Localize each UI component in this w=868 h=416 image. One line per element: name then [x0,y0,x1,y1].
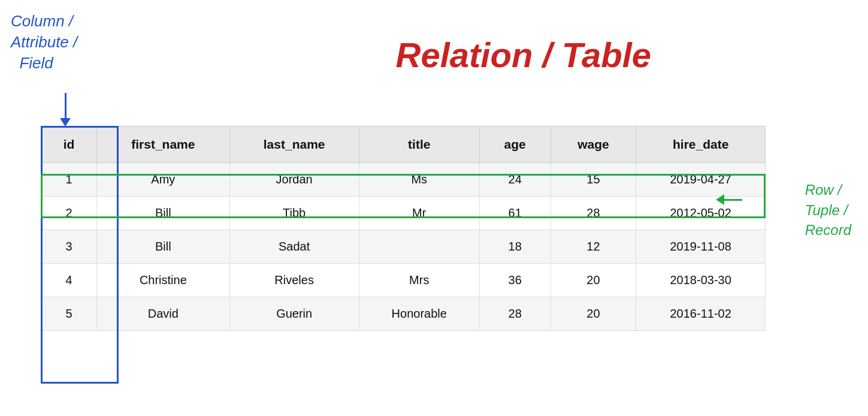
cell-id: 3 [41,230,97,264]
cell-hire-date: 2018-03-30 [636,264,766,297]
cell-hire-date: 2012-05-02 [636,197,766,230]
cell-first-name: Amy [97,163,229,197]
arrow-left-head-icon [716,194,724,205]
cell-last-name: Tibb [229,197,359,230]
cell-id: 2 [41,197,97,230]
col-header-hire-date: hire_date [636,126,766,163]
cell-wage: 20 [551,264,636,297]
cell-age: 18 [479,230,551,264]
col-header-title: title [359,126,479,163]
cell-title: Honorable [359,297,479,331]
cell-title: Mr [359,197,479,230]
cell-hire-date: 2016-11-02 [636,297,766,331]
col-header-first-name: first_name [97,126,229,163]
cell-age: 24 [479,163,551,197]
table-row: 2 Bill Tibb Mr 61 28 2012-05-02 [41,197,766,230]
data-table: id first_name last_name title age wage h… [41,126,766,331]
col-header-age: age [479,126,551,163]
cell-age: 28 [479,297,551,331]
main-heading: Relation / Table [396,35,651,75]
cell-id: 5 [41,297,97,331]
row-tuple-record-label: Row /Tuple /Record [805,180,851,240]
cell-wage: 28 [551,197,636,230]
cell-id: 1 [41,163,97,197]
cell-id: 4 [41,264,97,297]
cell-first-name: Christine [97,264,229,297]
table-row: 1 Amy Jordan Ms 24 15 2019-04-27 [41,163,766,197]
page: Column /Attribute / Field Relation / Tab… [0,0,868,416]
column-attribute-field-label: Column /Attribute / Field [11,11,77,74]
col-header-wage: wage [551,126,636,163]
data-table-wrapper: id first_name last_name title age wage h… [41,126,766,331]
cell-last-name: Sadat [229,230,359,264]
arrow-left-line [724,199,742,201]
cell-first-name: David [97,297,229,331]
table-body: 1 Amy Jordan Ms 24 15 2019-04-27 2 Bill … [41,163,766,331]
cell-age: 61 [479,197,551,230]
cell-hire-date: 2019-04-27 [636,163,766,197]
cell-wage: 20 [551,297,636,331]
col-header-last-name: last_name [229,126,359,163]
col-header-id: id [41,126,97,163]
table-row: 3 Bill Sadat 18 12 2019-11-08 [41,230,766,264]
row-arrow-left [716,194,742,205]
cell-title [359,230,479,264]
cell-title: Mrs [359,264,479,297]
cell-wage: 12 [551,230,636,264]
cell-title: Ms [359,163,479,197]
cell-last-name: Riveles [229,264,359,297]
header-row: id first_name last_name title age wage h… [41,126,766,163]
arrow-down-head-icon [60,118,71,126]
cell-first-name: Bill [97,230,229,264]
arrow-down-line [65,93,66,118]
cell-last-name: Guerin [229,297,359,331]
table-row: 5 David Guerin Honorable 28 20 2016-11-0… [41,297,766,331]
cell-wage: 15 [551,163,636,197]
cell-age: 36 [479,264,551,297]
cell-hire-date: 2019-11-08 [636,230,766,264]
table-header: id first_name last_name title age wage h… [41,126,766,163]
table-row: 4 Christine Riveles Mrs 36 20 2018-03-30 [41,264,766,297]
cell-first-name: Bill [97,197,229,230]
cell-last-name: Jordan [229,163,359,197]
column-arrow-down [60,93,71,126]
